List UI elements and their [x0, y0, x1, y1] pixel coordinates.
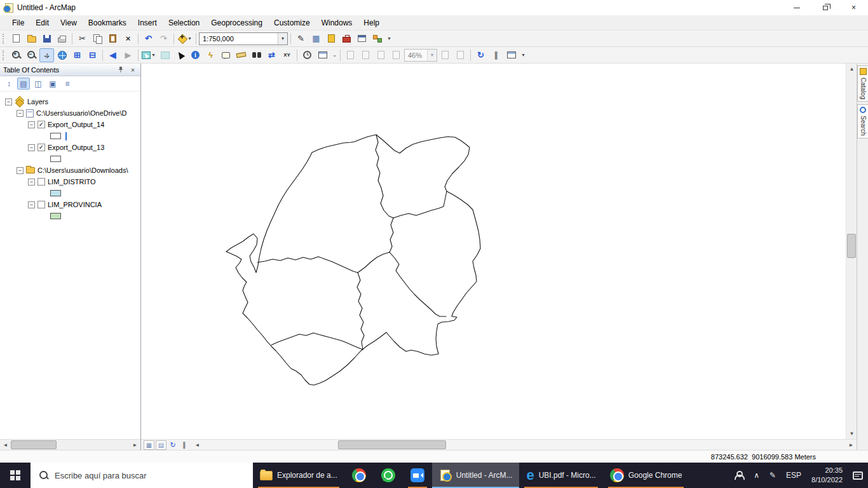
layer-checkbox-unchecked[interactable] — [37, 178, 45, 186]
start-button[interactable] — [0, 463, 31, 488]
fixed-zoom-in-button[interactable]: ⊞ — [70, 48, 85, 62]
arctoolbox-button[interactable] — [339, 32, 354, 46]
app-google-chrome[interactable]: Google Chrome — [603, 463, 689, 488]
layout-tool-button-6[interactable] — [453, 48, 468, 62]
scroll-left-icon[interactable]: ◄ — [192, 440, 203, 451]
editor-toolbar-button[interactable]: ✎ — [294, 32, 308, 46]
cut-button[interactable]: ✂ — [75, 32, 90, 46]
scroll-right-icon[interactable]: ► — [846, 440, 857, 451]
add-data-button[interactable]: ▾ — [177, 32, 193, 46]
save-button[interactable] — [39, 32, 54, 46]
menu-geoprocessing[interactable]: Geoprocessing — [205, 17, 268, 29]
scroll-left-icon[interactable]: ◄ — [0, 440, 11, 451]
forward-extent-button[interactable]: ▶ — [121, 48, 135, 62]
find-button[interactable] — [249, 48, 264, 62]
new-map-button[interactable] — [9, 32, 24, 46]
undo-button[interactable]: ↶ — [141, 32, 156, 46]
add-data-dropdown-icon[interactable]: ▾ — [187, 36, 193, 41]
restore-button[interactable] — [811, 0, 839, 15]
app-file-explorer[interactable]: Explorador de a... — [253, 463, 344, 488]
toc-layer-lim-distrito[interactable]: − LIM_DISTRITO — [0, 176, 140, 187]
app-edge-pdf[interactable]: e UBI.pdf - Micro... — [519, 463, 602, 488]
find-route-button[interactable]: ⇄ — [264, 48, 279, 62]
action-center-button[interactable] — [848, 463, 868, 488]
zoom-in-button[interactable]: + — [9, 48, 24, 62]
fixed-zoom-out-button[interactable]: ⊟ — [85, 48, 100, 62]
refresh-view-button[interactable]: ↻ — [473, 48, 488, 62]
toolbar-grip[interactable] — [3, 34, 6, 44]
toolbar-overflow-icon[interactable]: ▾ — [386, 36, 392, 41]
html-popup-button[interactable] — [219, 48, 233, 62]
app-chrome-pinned[interactable] — [344, 463, 374, 488]
refresh-view-icon[interactable]: ↻ — [168, 441, 178, 449]
pause-drawing-icon[interactable]: ∥ — [179, 441, 189, 449]
viewer-window-button[interactable] — [315, 48, 330, 62]
map-hscroll-track[interactable] — [203, 440, 846, 450]
list-by-source-button[interactable]: ▤ — [17, 78, 30, 90]
polygon-symbol-swatch[interactable] — [50, 156, 61, 162]
delete-button[interactable]: × — [121, 32, 135, 46]
toc-horizontal-scrollbar[interactable]: ◄ ► — [0, 439, 140, 450]
layout-view-button[interactable]: ▤ — [156, 440, 166, 450]
data-view-button[interactable]: ▦ — [144, 440, 154, 450]
app-camera[interactable] — [403, 463, 432, 488]
scroll-up-icon[interactable]: ▲ — [846, 64, 857, 74]
toc-layer-export-output-13[interactable]: − ✓ Export_Output_13 — [0, 142, 140, 153]
expander-icon[interactable]: − — [28, 121, 35, 128]
layout-tool-button-3[interactable] — [374, 48, 388, 62]
scroll-right-icon[interactable]: ► — [130, 440, 140, 451]
map-vscroll-track[interactable] — [846, 74, 857, 428]
menu-help[interactable]: Help — [358, 17, 385, 29]
layout-tool-button-1[interactable] — [343, 48, 358, 62]
attribute-table-button[interactable]: ▦ — [309, 32, 323, 46]
toc-scroll-thumb[interactable] — [11, 440, 57, 449]
symbol-row-lim-distrito[interactable] — [0, 187, 140, 199]
print-button[interactable] — [55, 32, 69, 46]
symbol-row-export-output-14[interactable] — [0, 130, 140, 142]
expander-icon[interactable]: − — [28, 144, 35, 151]
expander-icon[interactable]: − — [28, 201, 35, 208]
go-to-xy-button[interactable]: XY — [280, 48, 294, 62]
layout-tool-button-2[interactable] — [358, 48, 373, 62]
pause-drawing-button[interactable]: ∥ — [489, 48, 503, 62]
expander-icon[interactable]: − — [5, 98, 12, 105]
pan-button[interactable] — [39, 48, 54, 62]
list-by-drawing-order-button[interactable]: ↕ — [3, 78, 15, 90]
data-frame-tools-button[interactable] — [504, 48, 519, 62]
select-elements-button[interactable] — [173, 48, 187, 62]
menu-insert[interactable]: Insert — [132, 17, 163, 29]
layout-tool-button-4[interactable] — [389, 48, 403, 62]
menu-file[interactable]: File — [6, 17, 30, 29]
menu-windows[interactable]: Windows — [316, 17, 358, 29]
scroll-down-icon[interactable]: ▼ — [846, 428, 857, 439]
toc-scroll-track[interactable] — [11, 440, 130, 450]
time-slider-button[interactable] — [300, 48, 315, 62]
python-window-button[interactable] — [355, 32, 369, 46]
taskbar-search[interactable]: Escribe aquí para buscar — [31, 463, 253, 488]
toolbar-overflow-icon[interactable]: ⌄ — [332, 52, 337, 58]
app-arcmap[interactable]: Untitled - ArcM... — [432, 463, 520, 488]
people-button[interactable] — [729, 463, 749, 488]
minimize-button[interactable] — [782, 0, 811, 15]
map-canvas[interactable] — [141, 64, 846, 439]
menu-selection[interactable]: Selection — [163, 17, 205, 29]
toolbar-overflow-icon[interactable]: ▾ — [520, 52, 526, 58]
toolbar-grip[interactable] — [3, 50, 6, 60]
measure-button[interactable] — [234, 48, 248, 62]
polygon-symbol-swatch[interactable] — [50, 190, 61, 196]
polygon-symbol-swatch[interactable] — [50, 133, 61, 139]
layout-tool-button-5[interactable] — [438, 48, 452, 62]
menu-edit[interactable]: Edit — [30, 17, 55, 29]
list-by-visibility-button[interactable]: ◫ — [32, 78, 44, 90]
open-button[interactable] — [24, 32, 39, 46]
tab-search[interactable]: Search — [857, 104, 868, 139]
app-whatsapp[interactable] — [374, 463, 403, 488]
list-by-selection-button[interactable]: ▣ — [46, 78, 59, 90]
expander-icon[interactable]: − — [17, 110, 24, 117]
zoom-percent-combo[interactable]: 46% ▾ — [404, 49, 437, 62]
tab-catalog[interactable]: Catalog — [857, 65, 868, 102]
show-hidden-icons-button[interactable]: ∧ — [749, 463, 764, 488]
toc-close-icon[interactable]: × — [128, 65, 137, 74]
full-extent-button[interactable] — [55, 48, 69, 62]
map-vscroll-thumb[interactable] — [847, 234, 856, 258]
